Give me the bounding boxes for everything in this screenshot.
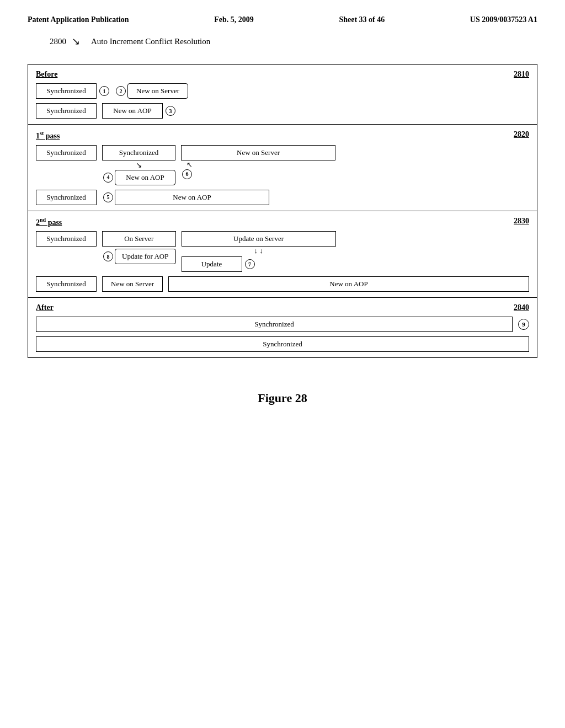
pass1-synchronized-3: Synchronized bbox=[36, 190, 97, 205]
header-sheet: Sheet 33 of 46 bbox=[339, 15, 385, 24]
pass2-synchronized-1: Synchronized bbox=[36, 231, 97, 247]
pass2-update: Update bbox=[182, 256, 242, 272]
before-row1-col2-group: 2 New on Server bbox=[115, 83, 188, 99]
pass1-new-on-server: New on Server bbox=[181, 145, 335, 160]
pass1-title: 1st pass bbox=[36, 130, 60, 141]
pass2-new-on-aop: New on AOP bbox=[168, 276, 529, 292]
pass2-update-for-aop: Update for AOP bbox=[115, 249, 176, 264]
pass1-col2-group: Synchronized ↘ 4 New on AOP bbox=[102, 145, 175, 185]
arrow-down-pass2: ↓ ↓ bbox=[182, 247, 336, 255]
before-synchronized-1: Synchronized bbox=[36, 83, 97, 99]
pass1-new-for-aop-group: 4 New on AOP bbox=[102, 170, 175, 185]
pass2-number: 2830 bbox=[514, 217, 529, 226]
after-row2: Synchronized bbox=[36, 336, 529, 352]
pass1-row2: Synchronized 5 New on AOP bbox=[36, 190, 529, 205]
before-row1-col1-group: Synchronized 1 bbox=[36, 83, 109, 99]
circle-6: 6 bbox=[182, 169, 192, 179]
circle-7: 7 bbox=[245, 259, 255, 269]
pass1-section: 1st pass 2820 Synchronized Synchronized … bbox=[28, 125, 537, 211]
before-section: Before 2810 Synchronized 1 2 New on Serv… bbox=[28, 65, 537, 125]
arrow-down-4: ↘ bbox=[102, 160, 175, 170]
pass1-synchronized-1: Synchronized bbox=[36, 145, 97, 160]
before-title: Before bbox=[36, 70, 57, 79]
circle-4: 4 bbox=[103, 173, 113, 183]
pass2-synchronized-2: Synchronized bbox=[36, 276, 97, 292]
after-synchronized-1: Synchronized bbox=[36, 317, 513, 332]
pass2-col2-group: On Server 8 Update for AOP bbox=[102, 231, 176, 264]
circle-3: 3 bbox=[166, 106, 175, 116]
circle-1: 1 bbox=[99, 86, 109, 96]
before-row1: Synchronized 1 2 New on Server bbox=[36, 83, 529, 99]
header-left: Patent Application Publication bbox=[28, 15, 129, 24]
pass1-number: 2820 bbox=[514, 130, 529, 139]
before-synchronized-2: Synchronized bbox=[36, 103, 97, 119]
pass1-col3-group: New on Server ↖ 6 bbox=[181, 145, 335, 179]
figure-caption: Figure 28 bbox=[0, 391, 565, 416]
pass2-title: 2nd pass bbox=[36, 217, 62, 227]
diagram-label-row: 2800 ↘ Auto Increment Conflict Resolutio… bbox=[0, 30, 565, 58]
arrow-line-6: ↖ bbox=[181, 160, 335, 169]
circle-2: 2 bbox=[116, 86, 126, 96]
before-section-header: Before 2810 bbox=[36, 70, 529, 79]
after-title: After bbox=[36, 303, 54, 312]
after-number: 2840 bbox=[514, 303, 529, 312]
circle-8: 8 bbox=[103, 251, 113, 261]
pass2-section: 2nd pass 2830 Synchronized On Server 8 U… bbox=[28, 211, 537, 298]
pass2-row1: Synchronized On Server 8 Update for AOP … bbox=[36, 231, 529, 272]
before-number: 2810 bbox=[514, 70, 529, 79]
diagram-title: Auto Increment Conflict Resolution bbox=[91, 37, 210, 46]
pass2-new-on-server: New on Server bbox=[102, 276, 163, 292]
before-row2: Synchronized New on AOP 3 bbox=[36, 103, 529, 119]
pass1-synchronized-2: Synchronized bbox=[102, 145, 175, 160]
pass1-new-for-aop: New on AOP bbox=[115, 170, 175, 185]
pass1-header: 1st pass 2820 bbox=[36, 130, 529, 141]
after-section: After 2840 Synchronized 9 Synchronized bbox=[28, 298, 537, 357]
after-synchronized-2: Synchronized bbox=[36, 336, 529, 352]
header-patent: US 2009/0037523 A1 bbox=[470, 15, 537, 24]
pass1-row2-col2-group: 5 New on AOP bbox=[102, 190, 269, 205]
pass2-update-circle7-group: Update 7 bbox=[182, 256, 336, 272]
header-middle: Feb. 5, 2009 bbox=[214, 15, 254, 24]
diagram-id: 2800 bbox=[50, 37, 66, 46]
page-header: Patent Application Publication Feb. 5, 2… bbox=[0, 0, 565, 30]
pass2-update-on-server: Update on Server bbox=[182, 231, 336, 247]
after-row1: Synchronized 9 bbox=[36, 317, 529, 332]
main-diagram: Before 2810 Synchronized 1 2 New on Serv… bbox=[28, 64, 537, 358]
pass2-update-for-aop-group: 8 Update for AOP bbox=[102, 249, 176, 264]
pass2-on-server: On Server bbox=[102, 231, 176, 247]
before-new-on-server: New on Server bbox=[127, 83, 188, 99]
before-new-on-aop: New on AOP bbox=[102, 103, 163, 119]
circle6-area: 6 bbox=[181, 169, 335, 179]
after-header: After 2840 bbox=[36, 303, 529, 312]
before-row2-col2-group: New on AOP 3 bbox=[102, 103, 175, 119]
pass1-new-on-aop: New on AOP bbox=[115, 190, 269, 205]
circle-9: 9 bbox=[518, 319, 529, 330]
pass2-header: 2nd pass 2830 bbox=[36, 217, 529, 227]
pass2-row2: Synchronized New on Server New on AOP bbox=[36, 276, 529, 292]
diagram-id-arrow: 2800 ↘ bbox=[50, 35, 80, 47]
circle-5: 5 bbox=[103, 192, 113, 202]
pass1-row1: Synchronized Synchronized ↘ 4 New on AOP… bbox=[36, 145, 529, 185]
pass2-col3-group: Update on Server ↓ ↓ Update 7 bbox=[182, 231, 336, 272]
arrow-icon: ↘ bbox=[72, 35, 80, 47]
